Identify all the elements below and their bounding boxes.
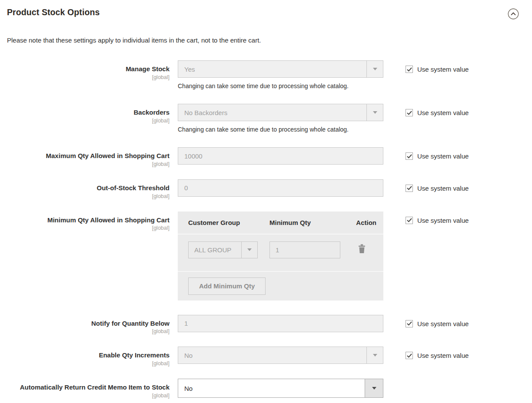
manage-stock-select[interactable]: Yes bbox=[178, 60, 383, 78]
panel-header: Product Stock Options bbox=[7, 0, 525, 20]
use-system-value: Use system value bbox=[406, 315, 469, 327]
use-system-value: Use system value bbox=[406, 347, 469, 359]
scope-label: [global] bbox=[13, 74, 170, 80]
field-label-notify-below: Notify for Quantity Below [global] bbox=[7, 315, 170, 335]
field-control bbox=[178, 147, 383, 165]
scope-label: [global] bbox=[13, 193, 170, 199]
field-row-notify-below: Notify for Quantity Below [global] Use s… bbox=[7, 315, 525, 335]
use-system-value: Use system value bbox=[406, 147, 469, 160]
dropdown-arrow-icon bbox=[366, 61, 383, 77]
field-control: No Backorders Changing can take some tim… bbox=[178, 104, 383, 133]
trash-icon bbox=[358, 248, 366, 255]
use-system-value: Use system value bbox=[406, 60, 469, 73]
field-control: Customer Group Minimum Qty Action ALL GR… bbox=[178, 211, 383, 301]
page-title: Product Stock Options bbox=[7, 7, 100, 17]
dropdown-arrow-icon bbox=[365, 379, 383, 397]
use-system-value-label: Use system value bbox=[417, 152, 469, 160]
scope-label: [global] bbox=[13, 360, 170, 367]
column-header-minimum-qty: Minimum Qty bbox=[269, 219, 350, 226]
column-header-customer-group: Customer Group bbox=[188, 219, 269, 226]
field-row-manage-stock: Manage Stock [global] Yes Changing can t… bbox=[7, 60, 525, 89]
use-system-value-checkbox[interactable] bbox=[406, 152, 413, 160]
max-qty-input[interactable] bbox=[178, 147, 383, 165]
use-system-value-label: Use system value bbox=[417, 185, 469, 192]
add-minimum-qty-button[interactable]: Add Minimum Qty bbox=[188, 277, 266, 295]
customer-group-select[interactable]: ALL GROUPS bbox=[188, 241, 258, 258]
field-row-qty-increments: Enable Qty Increments [global] No Use sy… bbox=[7, 347, 525, 367]
field-label-max-qty: Maximum Qty Allowed in Shopping Cart [gl… bbox=[7, 147, 170, 167]
oos-threshold-input[interactable] bbox=[178, 179, 383, 197]
field-control: Yes Changing can take some time due to p… bbox=[178, 60, 383, 89]
scope-label: [global] bbox=[13, 161, 170, 167]
minimum-qty-table-header: Customer Group Minimum Qty Action bbox=[178, 211, 383, 235]
field-label-manage-stock: Manage Stock [global] bbox=[7, 60, 170, 80]
dropdown-arrow-icon bbox=[241, 242, 257, 258]
field-row-min-qty: Minimum Qty Allowed in Shopping Cart [gl… bbox=[7, 211, 525, 301]
use-system-value-label: Use system value bbox=[417, 352, 469, 359]
minimum-qty-table-row: ALL GROUPS bbox=[178, 235, 383, 271]
field-note: Changing can take some time due to proce… bbox=[178, 126, 383, 133]
dropdown-arrow-icon bbox=[366, 347, 383, 363]
field-control bbox=[178, 315, 383, 332]
field-control: No bbox=[178, 379, 383, 398]
dropdown-arrow-icon bbox=[366, 104, 383, 121]
use-system-value: Use system value bbox=[406, 179, 469, 192]
minimum-qty-table-footer: Add Minimum Qty bbox=[178, 271, 383, 301]
use-system-value-checkbox[interactable] bbox=[406, 352, 413, 359]
collapse-section-button[interactable] bbox=[508, 8, 519, 20]
field-row-max-qty: Maximum Qty Allowed in Shopping Cart [gl… bbox=[7, 147, 525, 167]
use-system-value-label: Use system value bbox=[417, 320, 469, 327]
field-row-backorders: Backorders [global] No Backorders Changi… bbox=[7, 104, 525, 133]
use-system-value-checkbox[interactable] bbox=[406, 320, 413, 327]
product-stock-options-panel: Product Stock Options Please note that t… bbox=[0, 0, 532, 399]
delete-row-button[interactable] bbox=[358, 244, 366, 254]
use-system-value-checkbox[interactable] bbox=[406, 109, 413, 116]
column-header-action: Action bbox=[350, 219, 376, 226]
minimum-qty-table: Customer Group Minimum Qty Action ALL GR… bbox=[178, 211, 383, 301]
field-note: Changing can take some time due to proce… bbox=[178, 83, 383, 89]
use-system-value: Use system value bbox=[406, 104, 469, 116]
field-control bbox=[178, 179, 383, 197]
field-label-auto-return: Automatically Return Credit Memo Item to… bbox=[7, 379, 170, 399]
field-control: No bbox=[178, 347, 383, 364]
scope-label: [global] bbox=[13, 393, 170, 399]
use-system-value-label: Use system value bbox=[417, 109, 469, 116]
qty-increments-select[interactable]: No bbox=[178, 347, 383, 364]
field-label-min-qty: Minimum Qty Allowed in Shopping Cart [gl… bbox=[7, 211, 170, 231]
minimum-qty-input[interactable] bbox=[269, 241, 340, 258]
chevron-up-circle-icon bbox=[508, 14, 519, 21]
panel-note: Please note that these settings apply to… bbox=[7, 36, 525, 44]
field-label-qty-increments: Enable Qty Increments [global] bbox=[7, 347, 170, 367]
use-system-value-checkbox[interactable] bbox=[406, 66, 413, 73]
scope-label: [global] bbox=[13, 118, 170, 124]
notify-below-input[interactable] bbox=[178, 315, 383, 332]
field-row-auto-return: Automatically Return Credit Memo Item to… bbox=[7, 379, 525, 399]
field-label-backorders: Backorders [global] bbox=[7, 104, 170, 124]
use-system-value-checkbox[interactable] bbox=[406, 217, 413, 224]
use-system-value-label: Use system value bbox=[417, 66, 469, 73]
use-system-value-checkbox[interactable] bbox=[406, 185, 413, 192]
scope-label: [global] bbox=[13, 225, 170, 231]
backorders-select[interactable]: No Backorders bbox=[178, 104, 383, 121]
field-label-oos-threshold: Out-of-Stock Threshold [global] bbox=[7, 179, 170, 199]
use-system-value: Use system value bbox=[406, 211, 469, 224]
scope-label: [global] bbox=[13, 328, 170, 334]
field-row-oos-threshold: Out-of-Stock Threshold [global] Use syst… bbox=[7, 179, 525, 199]
auto-return-select[interactable]: No bbox=[178, 379, 383, 398]
use-system-value-label: Use system value bbox=[417, 217, 469, 224]
